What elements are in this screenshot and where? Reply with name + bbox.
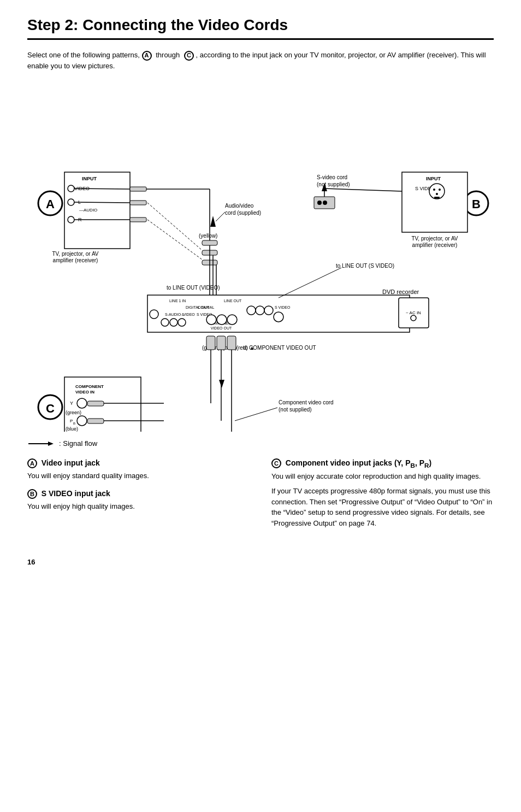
svg-rect-39 bbox=[130, 187, 146, 191]
svg-text:VIDEO OUT: VIDEO OUT bbox=[211, 326, 232, 330]
svg-point-100 bbox=[77, 398, 87, 408]
svg-text:(blue): (blue) bbox=[66, 426, 78, 432]
svg-text:(not supplied): (not supplied) bbox=[317, 181, 350, 187]
circle-c-section: C bbox=[271, 458, 281, 468]
svg-text:amplifier (receiver): amplifier (receiver) bbox=[412, 242, 458, 248]
svg-text:(green): (green) bbox=[66, 410, 81, 415]
svg-point-29 bbox=[227, 315, 237, 325]
svg-text:S VIDEO: S VIDEO bbox=[275, 305, 291, 309]
svg-text:B: B bbox=[73, 422, 75, 425]
svg-point-5 bbox=[68, 185, 74, 192]
svg-text:DVD recorder: DVD recorder bbox=[382, 289, 419, 295]
signal-flow-text: : Signal flow bbox=[59, 439, 97, 448]
svg-text:INPUT: INPUT bbox=[426, 176, 441, 181]
svg-point-76 bbox=[317, 201, 322, 205]
svg-point-33 bbox=[274, 312, 283, 322]
svg-text:TV, projector, or AV: TV, projector, or AV bbox=[411, 236, 458, 242]
svg-rect-111 bbox=[87, 419, 104, 423]
svg-line-82 bbox=[279, 268, 341, 298]
svg-text:VIDEO IN: VIDEO IN bbox=[75, 390, 94, 395]
svg-text:COMPONENT: COMPONENT bbox=[75, 384, 104, 389]
svg-point-28 bbox=[217, 315, 227, 325]
svg-point-68 bbox=[439, 189, 441, 191]
svg-line-43 bbox=[74, 202, 130, 203]
svg-text:to COMPONENT VIDEO OUT: to COMPONENT VIDEO OUT bbox=[243, 345, 316, 351]
svg-text:INPUT: INPUT bbox=[82, 176, 97, 181]
svg-marker-93 bbox=[219, 380, 224, 388]
svg-text:LINE OUT: LINE OUT bbox=[224, 299, 242, 303]
svg-text:COAXIAL: COAXIAL bbox=[198, 305, 214, 309]
svg-point-23 bbox=[170, 319, 177, 326]
svg-text:VIDEO: VIDEO bbox=[183, 313, 195, 316]
svg-text:(yellow): (yellow) bbox=[199, 233, 217, 239]
svg-point-30 bbox=[247, 306, 256, 315]
svg-point-22 bbox=[161, 319, 169, 326]
svg-rect-45 bbox=[202, 240, 217, 245]
intro-paragraph: Select one of the following patterns, A … bbox=[27, 50, 494, 71]
svg-rect-89 bbox=[227, 336, 236, 350]
svg-rect-40 bbox=[130, 201, 146, 205]
svg-point-10 bbox=[68, 216, 74, 223]
section-b-title: B S VIDEO input jack bbox=[27, 489, 250, 499]
svg-text:A: A bbox=[46, 197, 55, 211]
svg-text:Component video cord: Component video cord bbox=[279, 399, 334, 405]
svg-text:to LINE OUT (VIDEO): to LINE OUT (VIDEO) bbox=[167, 285, 220, 291]
svg-point-27 bbox=[206, 315, 216, 325]
svg-rect-110 bbox=[87, 401, 104, 406]
svg-text:~ AC IN: ~ AC IN bbox=[406, 310, 421, 315]
svg-line-58 bbox=[216, 212, 225, 221]
intro-text-before: Select one of the following patterns, bbox=[27, 51, 140, 59]
svg-point-69 bbox=[436, 193, 438, 195]
svg-text:Audio/video: Audio/video bbox=[225, 203, 254, 209]
svg-point-7 bbox=[68, 199, 74, 205]
signal-arrow-icon bbox=[27, 440, 55, 448]
svg-text:P: P bbox=[70, 419, 73, 423]
svg-marker-55 bbox=[210, 216, 216, 227]
svg-rect-87 bbox=[206, 336, 215, 350]
svg-point-31 bbox=[256, 306, 264, 315]
svg-text:to LINE OUT (S VIDEO): to LINE OUT (S VIDEO) bbox=[336, 263, 394, 269]
diagram-area: A INPUT VIDEO L —AUDIO R TV, projector, … bbox=[27, 82, 502, 432]
svg-text:cord (supplied): cord (supplied) bbox=[225, 210, 261, 216]
svg-point-104 bbox=[77, 416, 87, 426]
svg-point-37 bbox=[411, 315, 416, 321]
svg-line-121 bbox=[235, 408, 277, 421]
section-c-title: C Component video input jacks (Y, PB, PR… bbox=[271, 458, 494, 469]
svg-line-79 bbox=[324, 189, 402, 191]
svg-line-53 bbox=[147, 203, 202, 250]
circle-a-section: A bbox=[27, 458, 37, 468]
section-c-block: C Component video input jacks (Y, PB, PR… bbox=[271, 458, 494, 528]
circle-c-intro: C bbox=[184, 51, 194, 61]
svg-line-42 bbox=[74, 189, 130, 189]
svg-rect-70 bbox=[434, 197, 440, 198]
section-a-title-text: Video input jack bbox=[42, 458, 100, 467]
svg-line-54 bbox=[147, 220, 202, 260]
section-c-text2: If your TV accepts progressive 480p form… bbox=[271, 486, 494, 528]
svg-point-32 bbox=[264, 306, 273, 315]
circle-b-section: B bbox=[27, 489, 37, 499]
bottom-section: A Video input jack You will enjoy standa… bbox=[27, 458, 494, 536]
svg-point-77 bbox=[323, 201, 327, 205]
svg-point-67 bbox=[433, 189, 435, 191]
section-b-text: You will enjoy high quality images. bbox=[27, 501, 250, 512]
diagram-svg: A INPUT VIDEO L —AUDIO R TV, projector, … bbox=[27, 82, 502, 432]
svg-marker-125 bbox=[48, 442, 54, 446]
section-a-text: You will enjoy standard quality images. bbox=[27, 470, 250, 481]
section-a-title: A Video input jack bbox=[27, 458, 250, 468]
svg-text:(not supplied): (not supplied) bbox=[279, 407, 312, 413]
section-b-block: B S VIDEO input jack You will enjoy high… bbox=[27, 489, 250, 512]
svg-rect-41 bbox=[130, 217, 146, 222]
svg-text:C: C bbox=[46, 402, 55, 415]
svg-point-24 bbox=[178, 319, 186, 326]
svg-text:B: B bbox=[472, 197, 481, 211]
section-a-block: A Video input jack You will enjoy standa… bbox=[27, 458, 250, 481]
section-c-title-text: Component video input jacks (Y, PB, PR) bbox=[286, 458, 431, 467]
circle-a-intro: A bbox=[142, 51, 152, 61]
page-number: 16 bbox=[27, 558, 494, 566]
svg-point-21 bbox=[150, 310, 158, 319]
svg-text:—AUDIO: —AUDIO bbox=[79, 208, 97, 213]
page-title: Step 2: Connecting the Video Cords bbox=[27, 16, 494, 40]
signal-flow-legend: : Signal flow bbox=[27, 439, 494, 448]
section-c-text1: You will enjoy accurate color reproducti… bbox=[271, 471, 494, 482]
svg-text:S-video cord: S-video cord bbox=[317, 174, 347, 180]
